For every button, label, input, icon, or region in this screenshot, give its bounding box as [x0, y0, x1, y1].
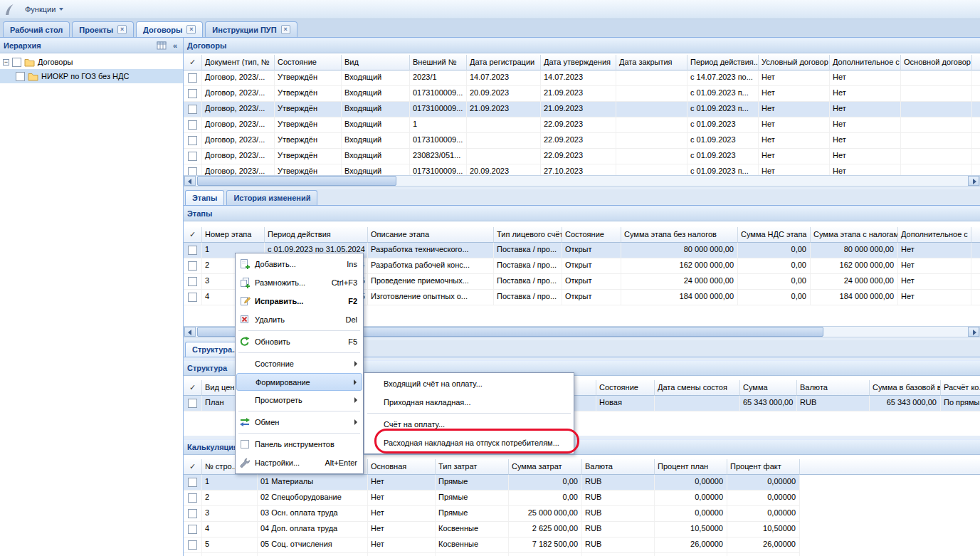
table-row[interactable]: Договор, 2023/...УтверждёнВходящий017310… — [184, 164, 980, 175]
menu-item[interactable]: Настройки...Alt+Enter — [236, 453, 362, 472]
column-header[interactable]: Внешний № — [410, 55, 467, 70]
table-row[interactable]: 202 СпецоборудованиеНетПрямые0,00RUB0,00… — [184, 491, 800, 506]
scroll-left-icon[interactable] — [184, 176, 196, 186]
column-header[interactable]: Тип затрат — [436, 459, 509, 475]
row-checkbox[interactable] — [188, 246, 197, 255]
column-header[interactable]: Сумма этапа без налогов — [621, 227, 738, 243]
table-row[interactable]: Договор, 2023/...УтверждёнВходящий230823… — [184, 149, 980, 164]
column-header[interactable]: Основная — [368, 459, 436, 475]
menu-item[interactable]: Размножить...Ctrl+F3 — [236, 273, 362, 292]
column-header[interactable]: Основной договор — [901, 55, 972, 70]
stages-tab[interactable]: Этапы — [185, 190, 224, 205]
row-checkbox[interactable] — [188, 167, 197, 175]
column-header[interactable]: Дата смены состоя — [655, 380, 740, 396]
row-checkbox[interactable] — [188, 152, 197, 161]
menu-item[interactable]: Просмотреть — [236, 391, 362, 409]
tree-expander-icon[interactable]: − — [3, 59, 9, 65]
column-header[interactable]: Процент план — [655, 459, 727, 475]
column-header[interactable]: Валюта — [797, 380, 870, 396]
row-checkbox[interactable] — [188, 478, 197, 487]
row-checkbox[interactable] — [188, 261, 197, 271]
column-header[interactable]: Описание этапа — [368, 227, 494, 243]
menu-item[interactable]: Счёт на оплату... — [365, 415, 573, 434]
row-checkbox[interactable] — [188, 525, 197, 534]
main-tab[interactable]: Рабочий стол — [3, 21, 70, 37]
scroll-right-icon[interactable] — [968, 176, 979, 186]
column-header[interactable]: Сумма этапа с налогами — [811, 227, 898, 243]
column-header[interactable]: Тип лицевого счёт — [494, 227, 562, 243]
column-header[interactable]: Валюта — [582, 459, 655, 475]
column-header[interactable]: Сумма в базовой в — [870, 380, 941, 396]
column-header[interactable]: Дата утверждения — [541, 55, 616, 70]
table-row[interactable]: 505 Соц. отчисленияНетКосвенные7 182 500… — [184, 537, 800, 553]
row-checkbox[interactable] — [188, 509, 197, 518]
tree-item[interactable]: −Договоры — [0, 55, 183, 69]
menu-item[interactable]: Состояние — [236, 355, 362, 373]
column-header[interactable]: Условный договор — [759, 55, 830, 70]
column-header[interactable]: Дополнительное с — [898, 227, 971, 243]
column-header[interactable]: Дополнительное с — [830, 55, 901, 70]
column-header[interactable]: Сумма НДС этапа — [738, 227, 811, 243]
menu-item[interactable]: Панель инструментов — [236, 435, 362, 453]
menu-item[interactable]: ОбновитьF5 — [236, 332, 362, 351]
scrollbar-thumb[interactable] — [197, 176, 396, 186]
row-checkbox[interactable] — [188, 73, 197, 83]
tree-checkbox[interactable] — [12, 58, 21, 67]
table-view-icon[interactable] — [156, 40, 167, 51]
column-header[interactable]: Расчёт ко... — [941, 380, 980, 396]
menu-item[interactable]: Добавить...Ins — [236, 255, 362, 273]
row-checkbox[interactable] — [188, 136, 197, 145]
main-tab[interactable]: Договоры× — [136, 21, 203, 37]
column-header[interactable]: ✓ — [184, 55, 202, 70]
row-checkbox[interactable] — [188, 277, 197, 286]
table-row[interactable]: Договор, 2023/...УтверждёнВходящий2023/1… — [184, 70, 980, 86]
menu-item[interactable]: Исправить...F2 — [236, 292, 362, 310]
tab-close-icon[interactable]: × — [117, 25, 127, 34]
column-header[interactable]: ✓ — [184, 227, 202, 243]
column-header[interactable]: Состояние — [596, 380, 655, 396]
main-tab[interactable]: Инструкции ПУП× — [205, 21, 297, 37]
column-header[interactable]: Процент факт — [727, 459, 800, 475]
row-checkbox[interactable] — [188, 293, 197, 302]
row-checkbox[interactable] — [188, 493, 197, 503]
scroll-right-icon[interactable] — [968, 327, 979, 337]
menu-item[interactable]: Расходная накладная на отпуск потребител… — [365, 434, 573, 452]
column-header[interactable]: Период действия... — [687, 55, 759, 70]
column-header[interactable]: Сумма — [740, 380, 797, 396]
menu-item[interactable]: Входящий счёт на оплату... — [365, 374, 573, 393]
column-header[interactable]: Дата закрытия — [616, 55, 687, 70]
column-header[interactable]: Состояние — [275, 55, 342, 70]
tab-close-icon[interactable]: × — [281, 25, 290, 34]
tree-item[interactable]: НИОКР по ГОЗ без НДС — [0, 69, 183, 83]
column-header[interactable]: Номер этапа — [202, 227, 265, 243]
table-row[interactable]: 404 Доп. оплата трудаНетКосвенные2 625 0… — [184, 522, 800, 537]
table-row[interactable]: Договор, 2023/...УтверждёнВходящий017310… — [184, 133, 980, 149]
tree-checkbox[interactable] — [16, 72, 25, 81]
scroll-left-icon[interactable] — [184, 327, 196, 337]
menu-item[interactable]: УдалитьDel — [236, 310, 362, 329]
menu-item[interactable]: Приходная накладная... — [365, 393, 573, 411]
column-header[interactable]: Дата регистрации — [467, 55, 541, 70]
table-row[interactable]: Договор, 2023/...УтверждёнВходящий017310… — [184, 102, 980, 117]
horizontal-scrollbar[interactable] — [184, 175, 980, 187]
table-row[interactable]: Договор, 2023/...УтверждёнВходящий122.09… — [184, 117, 980, 133]
main-tab[interactable]: Проекты× — [72, 21, 134, 37]
column-header[interactable] — [972, 55, 980, 70]
column-header[interactable]: ✓ — [184, 380, 202, 396]
row-checkbox[interactable] — [188, 89, 197, 98]
column-header[interactable] — [971, 227, 980, 243]
menu-item[interactable]: Формирование — [236, 373, 362, 391]
table-row[interactable]: Договор, 2023/...УтверждёнВходящий017310… — [184, 86, 980, 102]
row-checkbox[interactable] — [188, 399, 197, 408]
table-row[interactable]: 101 МатериалыНетПрямые0,00RUB0,000000,00… — [184, 475, 800, 491]
column-header[interactable]: Сумма затрат — [509, 459, 582, 475]
column-header[interactable]: Вид — [342, 55, 410, 70]
column-header[interactable]: ✓ — [184, 459, 202, 475]
menu-item[interactable]: Обмен — [236, 413, 362, 431]
column-header[interactable]: Документ (тип, № — [202, 55, 275, 70]
column-header[interactable]: Состояние — [562, 227, 621, 243]
column-header[interactable]: Период действия — [265, 227, 368, 243]
tab-close-icon[interactable]: × — [186, 25, 196, 34]
table-row[interactable]: 606 Накладные расходыНетКосвенныеRUB — [184, 553, 800, 556]
menubar-item[interactable]: Функции — [19, 3, 80, 16]
